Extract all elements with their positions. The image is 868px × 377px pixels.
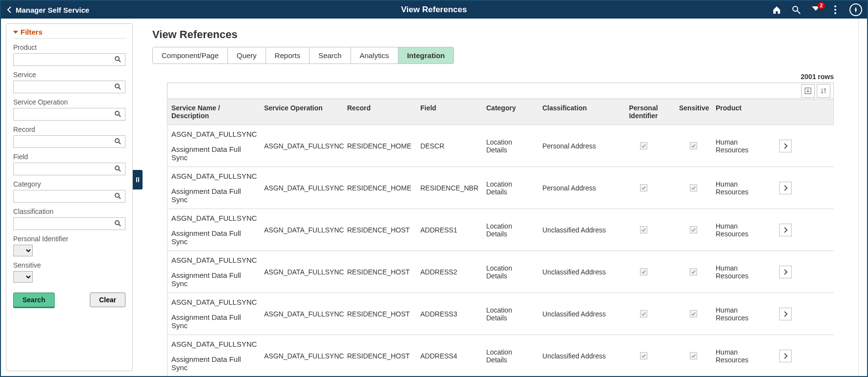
svg-point-2 — [834, 5, 836, 7]
cell-category: Location Details — [482, 222, 538, 238]
svg-point-13 — [115, 166, 119, 170]
category-input[interactable] — [14, 193, 114, 200]
collapse-triangle-icon — [13, 31, 18, 34]
col-sensitive[interactable]: Sensitive — [675, 99, 712, 125]
col-service[interactable]: Service Name / Description — [167, 99, 260, 125]
sidebar-collapse-handle[interactable] — [133, 170, 143, 189]
lookup-icon[interactable] — [114, 165, 122, 173]
lookup-icon[interactable] — [114, 56, 122, 63]
page-scrollbar[interactable] — [858, 19, 867, 376]
personal-identifier-select[interactable] — [13, 245, 33, 256]
cell-classification: Personal Address — [538, 184, 612, 192]
service-input[interactable] — [14, 84, 114, 91]
product-label: Product — [13, 43, 125, 51]
sensitive-checkbox — [690, 310, 697, 317]
cell-classification: Personal Address — [538, 142, 612, 150]
row-details-button[interactable] — [779, 266, 792, 278]
personal-identifier-checkbox — [640, 310, 647, 317]
service-name: ASGN_DATA_FULLSYNC — [171, 130, 256, 138]
personal-identifier-checkbox — [640, 184, 647, 191]
sensitive-checkbox — [690, 142, 697, 149]
search-button[interactable]: Search — [13, 293, 55, 307]
service-description: Assignment Data Full Sync — [171, 187, 256, 204]
cell-category: Location Details — [482, 348, 538, 364]
cell-classification: Unclassified Address — [538, 310, 612, 318]
row-details-button[interactable] — [779, 140, 792, 152]
table-row: ASGN_DATA_FULLSYNCAssignment Data Full S… — [167, 335, 834, 376]
navbar-icon[interactable] — [849, 3, 862, 16]
clear-button[interactable]: Clear — [90, 293, 125, 307]
col-category[interactable]: Category — [482, 99, 538, 125]
svg-line-10 — [119, 115, 121, 117]
actions-menu-icon[interactable] — [830, 4, 841, 15]
filters-header[interactable]: Filters — [13, 28, 125, 39]
svg-rect-20 — [138, 177, 139, 182]
cell-operation: ASGN_DATA_FULLSYNC — [260, 268, 343, 276]
row-details-button[interactable] — [779, 182, 792, 194]
home-icon[interactable] — [771, 4, 782, 15]
grid-header: Service Name / Description Service Opera… — [167, 99, 834, 125]
svg-rect-19 — [136, 177, 137, 182]
cell-record: RESIDENCE_HOST — [343, 352, 416, 360]
tab-reports[interactable]: Reports — [266, 47, 310, 64]
svg-line-6 — [119, 60, 121, 62]
record-input[interactable] — [14, 138, 114, 146]
lookup-icon[interactable] — [114, 83, 122, 91]
grid-sort-icon[interactable] — [817, 84, 830, 98]
classification-label: Classification — [13, 208, 125, 215]
svg-point-9 — [115, 111, 119, 115]
search-icon[interactable] — [791, 4, 802, 15]
svg-line-18 — [119, 224, 121, 226]
col-operation[interactable]: Service Operation — [260, 99, 343, 125]
row-details-button[interactable] — [779, 224, 792, 236]
tab-query[interactable]: Query — [227, 47, 266, 64]
back-label[interactable]: Manager Self Service — [16, 6, 89, 14]
tab-strip: Component/PageQueryReportsSearchAnalytic… — [152, 47, 848, 64]
notifications-icon[interactable]: 2 — [810, 4, 821, 15]
sensitive-checkbox — [690, 268, 697, 275]
col-field[interactable]: Field — [416, 99, 482, 125]
lookup-icon[interactable] — [114, 110, 122, 118]
svg-line-12 — [119, 142, 121, 144]
grid-body[interactable]: ASGN_DATA_FULLSYNCAssignment Data Full S… — [167, 125, 834, 376]
col-product[interactable]: Product — [712, 99, 775, 125]
sensitive-checkbox — [690, 184, 697, 191]
svg-line-1 — [797, 11, 800, 14]
back-icon[interactable] — [6, 6, 13, 13]
cell-category: Location Details — [482, 180, 538, 196]
notification-badge: 2 — [817, 2, 825, 9]
svg-line-14 — [119, 169, 121, 171]
lookup-icon[interactable] — [114, 220, 122, 228]
service-description: Assignment Data Full Sync — [171, 271, 256, 288]
sensitive-checkbox — [690, 226, 697, 233]
svg-point-7 — [115, 84, 119, 88]
col-personal-identifier[interactable]: Personal Identifier — [612, 99, 675, 125]
tab-search[interactable]: Search — [309, 47, 351, 64]
cell-category: Location Details — [482, 138, 538, 154]
table-row: ASGN_DATA_FULLSYNCAssignment Data Full S… — [167, 209, 834, 251]
col-record[interactable]: Record — [343, 99, 416, 125]
cell-product: Human Resources — [712, 348, 775, 364]
sensitive-select[interactable] — [13, 271, 33, 283]
cell-category: Location Details — [482, 264, 538, 280]
service-operation-label: Service Operation — [13, 98, 125, 106]
row-details-button[interactable] — [779, 350, 792, 362]
tab-analytics[interactable]: Analytics — [351, 47, 398, 64]
product-input[interactable] — [14, 56, 114, 63]
tab-integration[interactable]: Integration — [398, 47, 455, 64]
personal-identifier-checkbox — [640, 352, 647, 359]
svg-point-15 — [115, 193, 119, 197]
grid-search-input[interactable] — [170, 87, 799, 95]
lookup-icon[interactable] — [114, 192, 122, 200]
col-classification[interactable]: Classification — [538, 99, 612, 125]
svg-line-8 — [119, 87, 121, 89]
classification-input[interactable] — [14, 220, 114, 228]
tab-component-page[interactable]: Component/Page — [152, 47, 228, 64]
service-label: Service — [13, 71, 125, 79]
lookup-icon[interactable] — [114, 138, 122, 146]
service-operation-input[interactable] — [14, 111, 114, 118]
field-input[interactable] — [14, 166, 114, 173]
grid-export-icon[interactable] — [801, 84, 815, 98]
page-heading: View References — [152, 28, 848, 41]
row-details-button[interactable] — [779, 308, 792, 320]
